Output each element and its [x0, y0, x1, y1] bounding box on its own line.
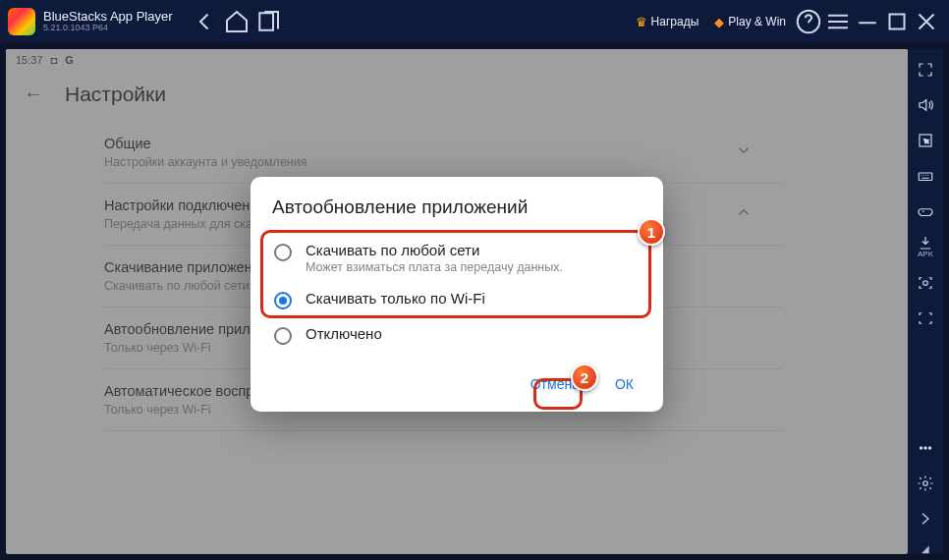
svg-rect-0 — [259, 13, 273, 30]
option-label: Скачивать по любой сети — [306, 242, 563, 258]
tutorial-callout-1: 1 — [638, 218, 665, 246]
app-logo — [8, 8, 35, 35]
resize-handle[interactable]: ◢ — [921, 543, 929, 554]
volume-icon[interactable] — [915, 94, 936, 116]
svg-point-8 — [928, 447, 930, 449]
svg-rect-2 — [890, 15, 905, 29]
ok-button[interactable]: ОК — [607, 370, 642, 398]
flame-icon: ◆ — [714, 15, 724, 29]
playwin-button[interactable]: ◆Play & Win — [706, 11, 794, 33]
cursor-icon[interactable] — [915, 130, 936, 151]
crown-icon: ♛ — [636, 15, 647, 29]
hamburger-icon[interactable] — [823, 7, 853, 36]
more-icon[interactable] — [915, 437, 936, 459]
download-icon — [915, 236, 936, 250]
help-icon[interactable] — [794, 7, 823, 36]
svg-point-5 — [923, 281, 928, 286]
recents-icon[interactable] — [253, 7, 283, 36]
option-disabled[interactable]: Отключено — [272, 317, 642, 353]
crop-icon[interactable] — [915, 308, 936, 329]
rewards-button[interactable]: ♛Награды — [628, 11, 707, 33]
svg-rect-4 — [919, 173, 932, 181]
apk-install-button[interactable]: APK — [915, 236, 936, 258]
radio-icon — [274, 244, 292, 261]
autoupdate-dialog: Автообновление приложений Скачивать по л… — [251, 177, 663, 412]
radio-icon — [274, 327, 292, 345]
android-viewport: 15:37 ◘ G ← Настройки Общие Настройки ак… — [6, 49, 908, 554]
modal-overlay[interactable]: Автообновление приложений Скачивать по л… — [6, 49, 908, 554]
app-version: 5.21.0.1043 P64 — [43, 24, 173, 33]
gamepad-icon[interactable] — [915, 200, 936, 222]
home-icon[interactable] — [222, 7, 251, 36]
close-icon[interactable] — [912, 7, 941, 36]
option-sub: Может взиматься плата за передачу данных… — [306, 260, 563, 274]
option-label: Отключено — [306, 325, 382, 342]
option-any-network[interactable]: Скачивать по любой сети Может взиматься … — [272, 234, 642, 282]
right-toolbar: APK ◢ — [908, 49, 943, 554]
apk-label: APK — [918, 251, 933, 258]
keyboard-icon[interactable] — [915, 165, 936, 187]
nav-back-icon[interactable] — [191, 7, 220, 36]
svg-point-7 — [924, 447, 926, 449]
settings-icon[interactable] — [915, 473, 936, 494]
svg-point-6 — [920, 447, 921, 449]
minimize-icon[interactable] — [853, 7, 882, 36]
option-label: Скачивать только по Wi-Fi — [306, 290, 485, 307]
radio-icon-selected — [274, 292, 292, 309]
maximize-icon[interactable] — [882, 7, 912, 36]
app-title: BlueStacks App Player — [43, 10, 173, 24]
dialog-title: Автообновление приложений — [272, 196, 642, 218]
playwin-label: Play & Win — [728, 15, 786, 28]
collapse-icon[interactable] — [915, 508, 936, 530]
screenshot-icon[interactable] — [915, 272, 936, 294]
titlebar: BlueStacks App Player 5.21.0.1043 P64 ♛Н… — [0, 0, 949, 43]
tutorial-callout-2: 2 — [571, 364, 598, 391]
fullscreen-icon[interactable] — [915, 59, 936, 81]
svg-point-9 — [923, 481, 928, 486]
option-wifi-only[interactable]: Скачивать только по Wi-Fi — [272, 282, 642, 317]
rewards-label: Награды — [651, 15, 699, 28]
